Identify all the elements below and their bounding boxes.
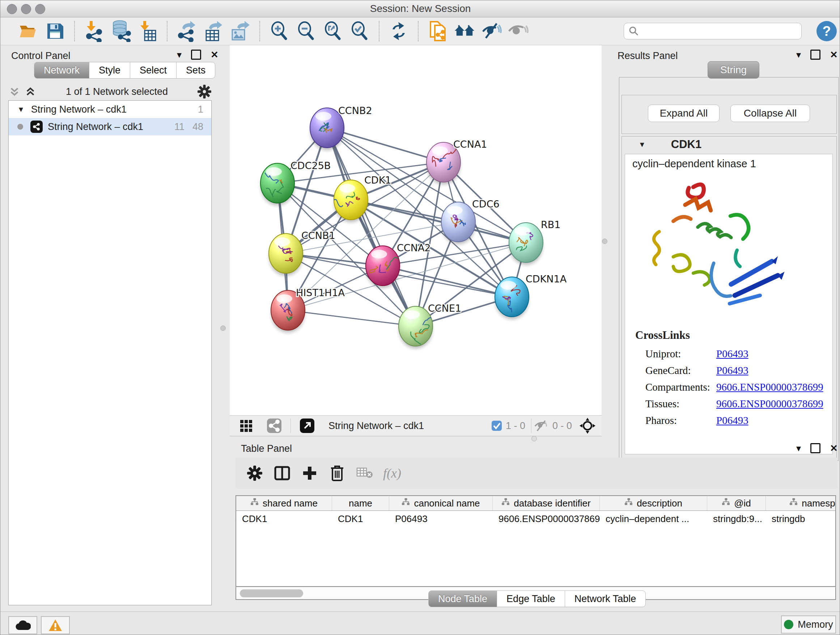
help-button[interactable]: ? [816, 21, 837, 41]
column-header-database-identifier[interactable]: database identifier [493, 496, 600, 510]
create-column-plus-icon[interactable] [298, 463, 321, 484]
search-field[interactable] [639, 25, 793, 37]
network-row[interactable]: String Network – cdk1 11 48 [9, 118, 211, 135]
collection-count: 1 [198, 104, 203, 115]
crosslink-link[interactable]: 9606.ENSP00000378699 [716, 398, 823, 410]
export-table-icon[interactable] [203, 21, 224, 42]
export-image-icon[interactable] [230, 21, 251, 42]
panel-float-icon[interactable] [810, 443, 821, 453]
scrollbar-thumb[interactable] [240, 589, 303, 597]
panel-float-icon[interactable] [810, 50, 821, 60]
protein-section-header[interactable]: ▼ CDK1 [622, 136, 836, 152]
table-header-row: shared namenamecanonical namedatabase id… [236, 496, 835, 511]
tab-select[interactable]: Select [130, 62, 177, 79]
node-table[interactable]: shared namenamecanonical namedatabase id… [235, 495, 836, 587]
edge[interactable] [288, 310, 416, 326]
network-graph[interactable]: CCNB2CCNA1CDC25BCDK1CDC6RB1CCNB1CCNA2CDK… [230, 45, 602, 415]
table-cell[interactable]: stringdb [766, 511, 836, 527]
node-label: CDK1 [364, 174, 392, 186]
left-splitter-handle[interactable] [220, 325, 226, 331]
import-network-database-icon[interactable] [111, 21, 131, 42]
open-session-icon[interactable] [18, 21, 39, 42]
zoom-selected-icon[interactable] [349, 21, 370, 42]
show-columns-icon[interactable] [271, 463, 294, 484]
panel-menu-icon[interactable]: ▾ [796, 50, 801, 59]
warnings-button[interactable] [41, 616, 70, 634]
tab-network[interactable]: Network [34, 62, 89, 79]
first-neighbors-icon[interactable] [454, 21, 475, 42]
network-collection-row[interactable]: ▼ String Network – cdk1 1 [9, 101, 211, 118]
import-network-file-icon[interactable] [84, 21, 104, 42]
zoom-in-icon[interactable] [269, 21, 290, 42]
delete-table-icon[interactable] [354, 463, 376, 484]
hide-selected-icon[interactable] [481, 21, 502, 42]
selected-nodes-checkbox-icon[interactable] [491, 420, 502, 431]
function-builder-icon[interactable]: f(x) [383, 466, 401, 481]
panel-float-icon[interactable] [191, 50, 201, 60]
tab-sets[interactable]: Sets [176, 62, 215, 79]
edge[interactable] [351, 200, 526, 242]
table-options-gear-icon[interactable] [243, 463, 266, 484]
export-network-icon[interactable] [176, 21, 197, 42]
expand-all-networks-icon[interactable] [24, 86, 36, 98]
tab-style[interactable]: Style [89, 62, 130, 79]
node[interactable] [269, 233, 303, 276]
table-cell[interactable]: stringdb:9... [707, 511, 766, 527]
node[interactable] [495, 277, 529, 319]
shared-column-icon [789, 498, 798, 509]
show-all-icon[interactable] [508, 21, 529, 42]
column-header-shared-name[interactable]: shared name [236, 496, 332, 510]
table-cell[interactable]: 9606.ENSP00000378699 [493, 511, 600, 527]
save-session-icon[interactable] [44, 21, 65, 42]
crosslink-link[interactable]: 9606.ENSP00000378699 [716, 381, 823, 393]
panel-menu-icon[interactable]: ▾ [796, 443, 801, 453]
automation-cloud-button[interactable] [8, 616, 37, 634]
edge[interactable] [327, 128, 444, 162]
panel-menu-icon[interactable]: ▾ [177, 50, 182, 59]
search-input[interactable] [624, 23, 802, 40]
node[interactable] [261, 163, 294, 206]
network-options-gear-icon[interactable] [197, 84, 212, 99]
column-header-description[interactable]: description [600, 496, 707, 510]
expand-all-button[interactable]: Expand All [648, 105, 720, 122]
delete-column-trash-icon[interactable] [326, 463, 348, 484]
column-header-namespace[interactable]: namespace [766, 496, 836, 510]
node[interactable] [441, 202, 475, 244]
tab-edge-table[interactable]: Edge Table [497, 591, 565, 607]
panel-close-icon[interactable]: ✕ [830, 443, 838, 453]
table-cell[interactable]: cyclin–dependent ... [600, 511, 707, 527]
node[interactable] [332, 180, 368, 222]
column-header--id[interactable]: @id [707, 496, 766, 510]
table-cell[interactable]: CDK1 [332, 511, 389, 527]
panel-close-icon[interactable]: ✕ [210, 50, 218, 59]
node[interactable] [366, 246, 400, 288]
birds-eye-view-icon[interactable] [235, 415, 258, 436]
collapse-all-button[interactable]: Collapse All [730, 105, 810, 122]
fit-selected-crosshair-icon[interactable] [579, 417, 596, 434]
crosslink-link[interactable]: P06493 [716, 364, 748, 377]
open-in-window-icon[interactable] [296, 415, 318, 436]
import-table-file-icon[interactable] [137, 21, 158, 42]
zoom-fit-icon[interactable] [322, 21, 343, 42]
table-cell[interactable]: P06493 [389, 511, 493, 527]
zoom-out-icon[interactable] [295, 21, 317, 42]
memory-button[interactable]: Memory [781, 616, 836, 633]
column-header-canonical-name[interactable]: canonical name [389, 496, 493, 510]
node[interactable] [509, 223, 543, 265]
network-canvas[interactable]: CCNB2CCNA1CDC25BCDK1CDC6RB1CCNB1CCNA2CDK… [230, 45, 602, 415]
table-row[interactable]: CDK1CDK1P064939606.ENSP00000378699cyclin… [236, 511, 835, 527]
clone-network-icon[interactable] [427, 21, 448, 42]
crosslink-link[interactable]: P06493 [716, 415, 748, 426]
column-header-name[interactable]: name [332, 496, 389, 510]
refresh-layout-icon[interactable] [388, 21, 409, 42]
collapse-all-networks-icon[interactable] [8, 86, 21, 98]
crosslink-link[interactable]: P06493 [716, 348, 748, 360]
tab-string[interactable]: String [707, 61, 759, 79]
panel-close-icon[interactable]: ✕ [830, 50, 838, 59]
collection-expander-icon[interactable]: ▼ [17, 105, 25, 114]
table-cell[interactable]: CDK1 [236, 511, 332, 527]
tab-node-table[interactable]: Node Table [428, 591, 497, 607]
tab-network-table[interactable]: Network Table [565, 591, 646, 607]
string-panel-icon[interactable] [263, 415, 286, 436]
section-expander-icon[interactable]: ▼ [638, 141, 646, 149]
